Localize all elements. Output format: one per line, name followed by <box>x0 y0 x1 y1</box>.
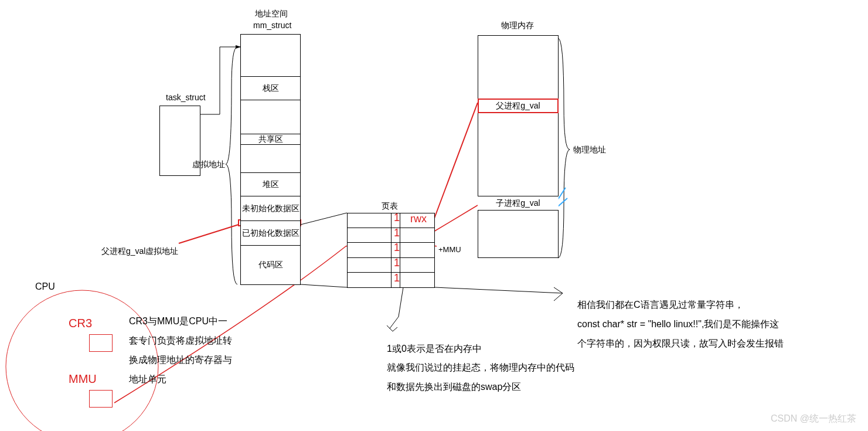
cpu-desc-3: 换成物理地址的寄存器与 <box>129 354 232 366</box>
cr3-label: CR3 <box>69 317 92 330</box>
virtual-address-label: 虚拟地址 <box>192 159 225 170</box>
cpu-desc-2: 套专门负责将虚拟地址转 <box>129 335 232 347</box>
physical-address-label: 物理地址 <box>573 145 606 155</box>
const-desc-3: 个字符串的，因为权限只读，故写入时会发生报错 <box>577 338 784 350</box>
mm-section-shared: 共享区 <box>241 134 300 145</box>
mm-section-stack: 栈区 <box>241 77 300 100</box>
mm-struct-box: 栈区 共享区 堆区 未初始化数据区 已初始化数据区 代码区 <box>240 34 301 285</box>
const-desc-2: const char* str = "hello linux!!",我们是不能操… <box>577 318 779 331</box>
cpu-label: CPU <box>35 281 55 292</box>
page-table-flag-1d: 1 <box>394 257 400 269</box>
plus-mmu-label: +MMU <box>438 245 461 254</box>
watermark: CSDN @统一热红茶 <box>771 413 856 425</box>
mm-struct-label: mm_struct <box>253 21 291 30</box>
page-table-rwx: rwx <box>410 213 427 225</box>
cpu-desc-4: 地址单元 <box>129 374 166 386</box>
const-desc-1: 相信我们都在C语言遇见过常量字符串， <box>577 299 744 311</box>
mm-section-code: 代码区 <box>241 246 300 284</box>
parent-gval-virtual-addr-label: 父进程g_val虚拟地址 <box>101 246 178 257</box>
swap-desc-1: 1或0表示是否在内存中 <box>387 343 482 355</box>
mm-section-blank <box>241 35 300 77</box>
addr-space-label: 地址空间 <box>255 9 288 19</box>
mm-section-arrows-gap2 <box>241 145 300 173</box>
page-table-inner-divider <box>400 213 400 288</box>
cr3-box <box>89 334 113 352</box>
mm-section-heap: 堆区 <box>241 173 300 196</box>
page-table-label: 页表 <box>382 201 398 212</box>
mm-section-bss: 未初始化数据区 <box>241 196 300 221</box>
parent-gval-text: 父进程g_val <box>496 101 540 111</box>
swap-desc-2: 就像我们说过的挂起态，将物理内存中的代码 <box>387 362 574 374</box>
mmu-label: MMU <box>69 372 97 386</box>
mmu-box <box>89 390 113 408</box>
child-gval-cell: 子进程g_val <box>478 196 559 211</box>
swap-desc-3: 和数据先换出到磁盘的swap分区 <box>387 381 521 393</box>
physical-memory-label: 物理内存 <box>501 21 534 31</box>
page-table-flag-1b: 1 <box>394 227 400 239</box>
task-struct-label: task_struct <box>166 93 206 102</box>
mm-section-data: 已初始化数据区 <box>241 221 300 246</box>
page-table-flag-1c: 1 <box>394 242 400 254</box>
physical-memory-box <box>478 35 559 258</box>
cpu-desc-1: CR3与MMU是CPU中一 <box>129 315 227 328</box>
page-table-flag-1e: 1 <box>394 272 400 284</box>
mm-section-arrows-gap <box>241 100 300 134</box>
child-gval-text: 子进程g_val <box>496 198 540 209</box>
page-table-flag-1a: 1 <box>394 212 400 224</box>
parent-gval-cell: 父进程g_val <box>478 99 559 113</box>
